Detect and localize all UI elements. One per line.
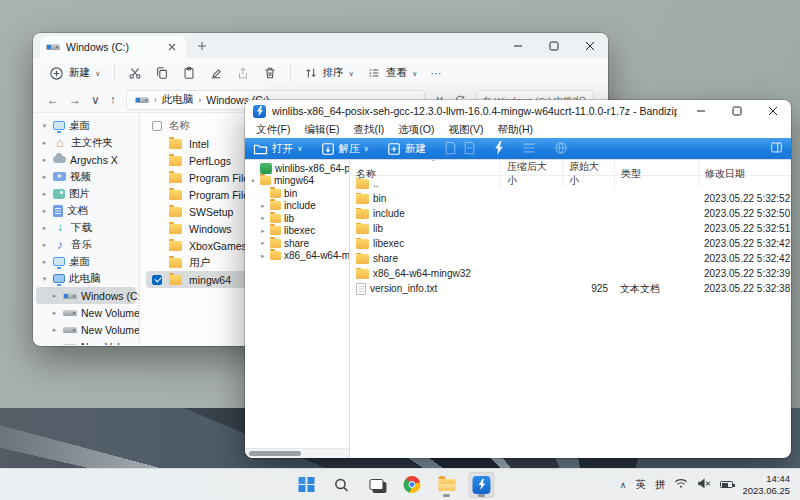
expander-icon[interactable]: ▸ — [259, 202, 267, 210]
test-archive-button[interactable] — [494, 141, 504, 157]
scrollbar-thumb[interactable] — [249, 451, 301, 456]
sort-button[interactable]: 排序 ∨ — [304, 66, 355, 80]
horizontal-scrollbar[interactable] — [245, 448, 349, 458]
row-checkbox[interactable] — [152, 275, 162, 285]
back-button[interactable]: ← — [47, 93, 59, 107]
column-name[interactable]: 名称 ˆ — [350, 160, 500, 188]
delete-file-button[interactable] — [463, 141, 476, 157]
list-view-button[interactable] — [522, 142, 536, 156]
explorer-taskbar-button[interactable] — [433, 472, 459, 498]
expander-icon[interactable]: ▸ — [40, 139, 49, 147]
minimize-button[interactable] — [683, 100, 719, 122]
expander-icon[interactable]: ▸ — [259, 252, 267, 260]
new-tab-button[interactable] — [194, 38, 210, 54]
expander-icon[interactable]: ▸ — [40, 207, 49, 215]
expander-icon[interactable]: ▸ — [50, 326, 59, 334]
sidebar-item[interactable]: ▸ ↓ 下载 — [36, 219, 136, 236]
sidebar-item[interactable]: ▸ Argvchs X — [36, 151, 136, 168]
ime-language-button[interactable]: 英 — [635, 478, 646, 492]
expander-icon[interactable]: ▾ — [40, 275, 49, 283]
expander-icon[interactable]: ▾ — [40, 122, 49, 130]
sidebar-item[interactable]: ▸ 视频 — [36, 168, 136, 185]
tree-item[interactable]: ▸ x86_64-w64-mingw32 — [245, 250, 349, 263]
tree-item[interactable]: ▾ mingw64 — [245, 175, 349, 188]
new-archive-button[interactable]: 新建 — [387, 142, 426, 156]
expander-icon[interactable]: ▸ — [40, 258, 49, 266]
bandizip-taskbar-button[interactable] — [468, 472, 494, 498]
expander-icon[interactable]: ▸ — [40, 241, 49, 249]
ime-mode-button[interactable]: 拼 — [655, 478, 666, 492]
taskbar-clock[interactable]: 14:44 2023.06.25 — [742, 473, 790, 497]
wifi-button[interactable] — [674, 478, 688, 491]
tree-item[interactable]: bin — [245, 187, 349, 200]
column-compressed-size[interactable]: 压缩后大小 — [500, 160, 562, 188]
column-type[interactable]: 类型 — [614, 160, 698, 188]
sidebar-item[interactable]: ▸ New Volume — [36, 321, 136, 338]
maximize-button[interactable] — [536, 33, 572, 58]
menu-item[interactable]: 帮助(H) — [491, 123, 541, 137]
sidebar-item[interactable]: ▸ 桌面 — [36, 253, 136, 270]
extract-button[interactable]: 解压 ∨ — [321, 142, 370, 156]
menu-item[interactable]: 查找(I) — [346, 123, 391, 137]
column-original-size[interactable]: 原始大小 — [562, 160, 614, 188]
archive-row[interactable]: x86_64-w64-mingw32 2023.05.22 5:32:39 — [350, 266, 791, 281]
task-view-button[interactable] — [363, 472, 389, 498]
open-button[interactable]: 打开 ∨ — [253, 142, 303, 156]
tree-item[interactable]: ▸ share — [245, 237, 349, 250]
paste-button[interactable] — [182, 66, 196, 80]
sidebar-item[interactable]: ▸ 文档 — [36, 202, 136, 219]
sidebar-item[interactable]: ▸ 图片 — [36, 185, 136, 202]
delete-button[interactable] — [263, 66, 277, 80]
expander-icon[interactable]: ▸ — [40, 173, 49, 181]
cut-button[interactable] — [128, 66, 142, 80]
archive-row[interactable]: lib 2023.05.22 5:32:51 — [350, 221, 791, 236]
tree-item[interactable]: ▸ lib — [245, 212, 349, 225]
expander-icon[interactable]: ▸ — [50, 292, 59, 300]
archive-row[interactable]: libexec 2023.05.22 5:32:42 — [350, 236, 791, 251]
copy-button[interactable] — [155, 66, 169, 80]
expander-icon[interactable]: ▸ — [259, 239, 267, 247]
expander-icon[interactable]: ▾ — [249, 177, 257, 185]
menu-item[interactable]: 编辑(E) — [297, 123, 346, 137]
sidebar-item[interactable]: ▸ New Volume — [36, 304, 136, 321]
expander-icon[interactable]: ▸ — [50, 309, 59, 317]
expander-icon[interactable]: ▸ — [40, 190, 49, 198]
battery-icon[interactable] — [720, 481, 733, 488]
archive-row[interactable]: include 2023.05.22 5:32:50 — [350, 206, 791, 221]
view-button[interactable]: 查看 ∨ — [367, 66, 418, 80]
start-button[interactable] — [293, 472, 319, 498]
explorer-tab[interactable]: Windows (C:) — [40, 36, 186, 58]
archive-row[interactable]: share 2023.05.22 5:32:42 — [350, 251, 791, 266]
close-button[interactable] — [572, 33, 608, 58]
archive-row[interactable]: bin 2023.05.22 5:32:52 — [350, 191, 791, 206]
bandizip-titlebar[interactable]: winlibs-x86_64-posix-seh-gcc-12.3.0-llvm… — [245, 100, 791, 122]
explorer-titlebar[interactable]: Windows (C:) — [33, 33, 608, 58]
code-page-button[interactable] — [554, 141, 568, 157]
menu-item[interactable]: 文件(F) — [249, 123, 297, 137]
sidebar-item[interactable]: ▾ 此电脑 — [36, 270, 136, 287]
more-button[interactable]: ⋯ — [431, 67, 442, 80]
expander-icon[interactable]: ▸ — [40, 156, 49, 164]
column-modified[interactable]: 修改日期 — [698, 160, 791, 188]
tab-close-icon[interactable] — [164, 39, 180, 55]
tree-item[interactable]: ▸ libexec — [245, 225, 349, 238]
sidebar-item[interactable]: ▸ ♪ 音乐 — [36, 236, 136, 253]
close-button[interactable] — [755, 100, 791, 122]
volume-muted-button[interactable] — [697, 478, 711, 491]
expander-icon[interactable]: ▸ — [259, 227, 267, 235]
breadcrumb-this-pc[interactable]: 此电脑 — [162, 93, 194, 107]
expander-icon[interactable]: ▸ — [50, 343, 59, 346]
forward-button[interactable]: → — [69, 93, 81, 107]
menu-item[interactable]: 选项(O) — [391, 123, 441, 137]
maximize-button[interactable] — [719, 100, 755, 122]
expander-icon[interactable]: ▸ — [259, 214, 267, 222]
sidebar-item[interactable]: ▸ Windows (C:) — [36, 287, 136, 304]
sidebar-item[interactable]: ▸ ⌂ 主文件夹 — [36, 134, 136, 151]
minimize-button[interactable] — [500, 33, 536, 58]
share-button[interactable] — [236, 66, 250, 80]
up-button[interactable]: ↑ — [110, 93, 116, 107]
hidden-icons-chevron[interactable]: ∧ — [620, 480, 627, 490]
new-button[interactable]: 新建 ∨ — [49, 66, 101, 81]
archive-row[interactable]: version_info.txt 925 文本文档 2023.05.22 5:3… — [350, 281, 791, 296]
select-all-checkbox[interactable] — [152, 121, 162, 131]
